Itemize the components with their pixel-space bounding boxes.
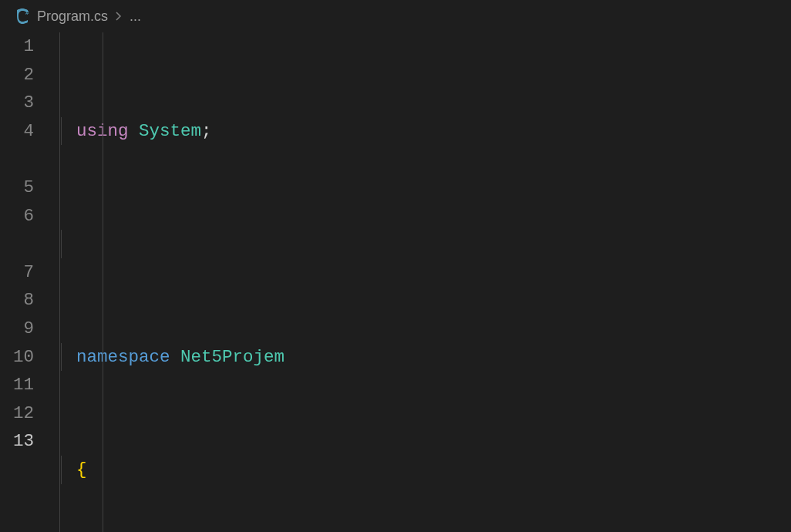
breadcrumb[interactable]: # Program.cs ... [0, 0, 791, 32]
line-number: 3 [0, 89, 34, 117]
line-number: 8 [0, 286, 34, 315]
namespace-name: Net5Projem [180, 347, 284, 367]
code-line[interactable]: { [56, 456, 791, 484]
punct: ; [201, 121, 212, 141]
line-number: 11 [0, 371, 34, 399]
line-number: 5 [0, 173, 34, 202]
line-number-gutter: 1 2 3 4 5 6 7 8 9 10 11 12 13 [0, 32, 56, 532]
line-number: 13 [0, 427, 34, 456]
breadcrumb-tail[interactable]: ... [130, 8, 141, 25]
code-line[interactable]: namespace Net5Projem [56, 343, 791, 372]
keyword: namespace [76, 347, 170, 367]
line-number: 10 [0, 343, 34, 372]
line-number: 6 [0, 202, 34, 231]
brace: { [76, 460, 87, 480]
csharp-file-icon: # [14, 8, 31, 25]
chevron-right-icon [114, 8, 123, 25]
line-number: 4 [0, 117, 34, 146]
svg-text:#: # [25, 9, 29, 16]
namespace-name: System [139, 121, 201, 141]
code-area[interactable]: using System; namespace Net5Projem { 0 r… [56, 32, 791, 532]
line-number: 1 [0, 32, 34, 61]
line-number: 2 [0, 61, 34, 89]
code-line[interactable] [56, 230, 791, 258]
line-number: 12 [0, 399, 34, 428]
line-number: 7 [0, 258, 34, 287]
breadcrumb-file[interactable]: Program.cs [37, 8, 108, 25]
code-line[interactable]: using System; [56, 117, 791, 146]
line-number: 9 [0, 315, 34, 343]
code-editor[interactable]: 1 2 3 4 5 6 7 8 9 10 11 12 13 using Syst… [0, 32, 791, 532]
